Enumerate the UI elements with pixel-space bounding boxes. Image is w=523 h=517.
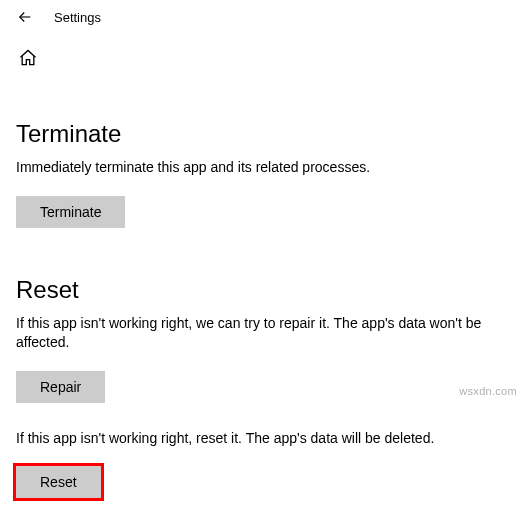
home-icon-wrap	[0, 34, 523, 72]
page-title: Settings	[54, 10, 101, 25]
header-bar: Settings	[0, 0, 523, 34]
reset-heading: Reset	[16, 276, 507, 304]
terminate-description: Immediately terminate this app and its r…	[16, 158, 496, 178]
terminate-heading: Terminate	[16, 120, 507, 148]
repair-description: If this app isn't working right, we can …	[16, 314, 496, 353]
back-icon[interactable]	[16, 8, 34, 26]
reset-description: If this app isn't working right, reset i…	[16, 429, 496, 449]
terminate-section: Terminate Immediately terminate this app…	[16, 120, 507, 228]
watermark-text: wsxdn.com	[459, 385, 517, 397]
reset-button[interactable]: Reset	[16, 466, 101, 498]
repair-button[interactable]: Repair	[16, 371, 105, 403]
terminate-button[interactable]: Terminate	[16, 196, 125, 228]
reset-section: Reset If this app isn't working right, w…	[16, 276, 507, 499]
home-icon[interactable]	[18, 54, 38, 71]
